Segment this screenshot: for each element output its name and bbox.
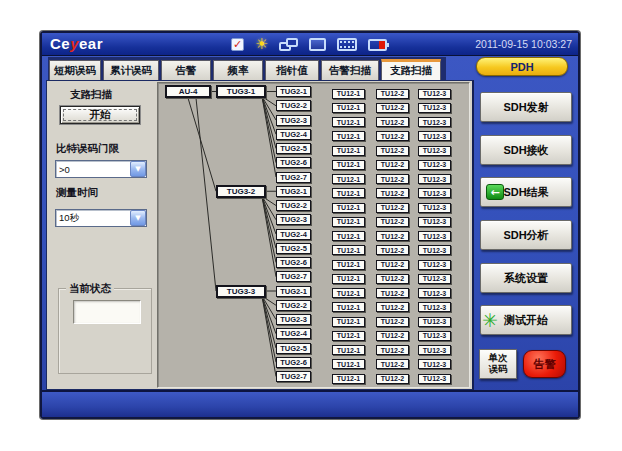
tree-node-tug3-3-tug2-5-tu12-3[interactable]: TU12-3 xyxy=(418,345,451,355)
tree-node-tug3-1-tug2-5-tu12-2[interactable]: TU12-2 xyxy=(376,146,409,156)
tree-node-tug3-1-tug2-6[interactable]: TUG2-6 xyxy=(276,157,311,168)
tree-node-tug3-3-tug2-2-tu12-1[interactable]: TU12-1 xyxy=(332,302,365,312)
tree-node-tug3-3-tug2-5-tu12-1[interactable]: TU12-1 xyxy=(332,345,365,355)
tree-node-tug3-1-tug2-4-tu12-1[interactable]: TU12-1 xyxy=(332,131,365,141)
tree-node-tug3-1-tug2-5-tu12-3[interactable]: TU12-3 xyxy=(418,146,451,156)
tree-node-tug3-3-tug2-7-tu12-2[interactable]: TU12-2 xyxy=(376,374,409,384)
tree-node-tug3-3-tug2-2-tu12-3[interactable]: TU12-3 xyxy=(418,302,451,312)
tree-node-tug3-3-tug2-7[interactable]: TUG2-7 xyxy=(276,371,311,382)
tree-node-tug3-2-tug2-2[interactable]: TUG2-2 xyxy=(276,200,311,211)
tree-node-tug3-1-tug2-2-tu12-1[interactable]: TU12-1 xyxy=(332,103,365,113)
tree-node-tug3-3-tug2-2[interactable]: TUG2-2 xyxy=(276,300,311,311)
tab-tributary-scan[interactable]: 支路扫描 xyxy=(381,59,441,80)
tree-node-tug3-3-tug2-1-tu12-3[interactable]: TU12-3 xyxy=(418,288,451,298)
tree-node-tug3-1[interactable]: TUG3-1 xyxy=(216,85,266,98)
tree-node-tug3-1-tug2-4[interactable]: TUG2-4 xyxy=(276,129,311,140)
tab-frequency[interactable]: 频率 xyxy=(213,60,263,80)
tree-node-tug3-2-tug2-4[interactable]: TUG2-4 xyxy=(276,229,311,240)
tree-node-tug3-3-tug2-6-tu12-1[interactable]: TU12-1 xyxy=(332,359,365,369)
tree-node-tug3-2-tug2-3-tu12-3[interactable]: TU12-3 xyxy=(418,217,451,227)
tree-node-tug3-1-tug2-3-tu12-3[interactable]: TU12-3 xyxy=(418,117,451,127)
tree-node-tug3-1-tug2-3-tu12-1[interactable]: TU12-1 xyxy=(332,117,365,127)
tree-node-tug3-2-tug2-1[interactable]: TUG2-1 xyxy=(276,186,311,197)
tree-node-tug3-3-tug2-7-tu12-3[interactable]: TU12-3 xyxy=(418,374,451,384)
start-button[interactable]: 开始 xyxy=(60,106,140,124)
chevron-down-icon[interactable]: ▼ xyxy=(130,210,146,226)
tree-node-tug3-1-tug2-2[interactable]: TUG2-2 xyxy=(276,100,311,111)
tree-node-tug3-2-tug2-1-tu12-1[interactable]: TU12-1 xyxy=(332,188,365,198)
tree-node-tug3-1-tug2-2-tu12-2[interactable]: TU12-2 xyxy=(376,103,409,113)
tree-node-tug3-2-tug2-6-tu12-1[interactable]: TU12-1 xyxy=(332,260,365,270)
tree-node-tug3-2-tug2-4-tu12-3[interactable]: TU12-3 xyxy=(418,231,451,241)
tree-node-tug3-3-tug2-4[interactable]: TUG2-4 xyxy=(276,328,311,339)
tree-node-tug3-2-tug2-6-tu12-3[interactable]: TU12-3 xyxy=(418,260,451,270)
tree-node-tug3-2-tug2-5[interactable]: TUG2-5 xyxy=(276,243,311,254)
sdh-analysis-button[interactable]: SDH分析 xyxy=(480,220,572,250)
measure-time-select[interactable]: 10秒 ▼ xyxy=(55,209,147,227)
tree-node-tug3-1-tug2-1-tu12-2[interactable]: TU12-2 xyxy=(376,89,409,99)
tree-node-tug3-3-tug2-6-tu12-2[interactable]: TU12-2 xyxy=(376,359,409,369)
tree-node-tug3-2-tug2-1-tu12-2[interactable]: TU12-2 xyxy=(376,188,409,198)
tree-node-tug3-2-tug2-1-tu12-3[interactable]: TU12-3 xyxy=(418,188,451,198)
tree-node-tug3-3-tug2-2-tu12-2[interactable]: TU12-2 xyxy=(376,302,409,312)
tree-node-tug3-3-tug2-1-tu12-2[interactable]: TU12-2 xyxy=(376,288,409,298)
tree-node-tug3-2-tug2-2-tu12-3[interactable]: TU12-3 xyxy=(418,203,451,213)
tree-node-tug3-3[interactable]: TUG3-3 xyxy=(216,285,266,298)
tree-node-tug3-1-tug2-1-tu12-3[interactable]: TU12-3 xyxy=(418,89,451,99)
tree-node-tug3-3-tug2-4-tu12-3[interactable]: TU12-3 xyxy=(418,331,451,341)
tree-node-tug3-1-tug2-6-tu12-1[interactable]: TU12-1 xyxy=(332,160,365,170)
tree-node-tug3-1-tug2-7[interactable]: TUG2-7 xyxy=(276,172,311,183)
test-start-button[interactable]: ✳测试开始 xyxy=(480,305,572,335)
tree-node-tug3-3-tug2-1-tu12-1[interactable]: TU12-1 xyxy=(332,288,365,298)
tree-node-tug3-3-tug2-6-tu12-3[interactable]: TU12-3 xyxy=(418,359,451,369)
tree-node-tug3-1-tug2-3-tu12-2[interactable]: TU12-2 xyxy=(376,117,409,127)
tree-node-tug3-2-tug2-7[interactable]: TUG2-7 xyxy=(276,271,311,282)
tree-node-tug3-3-tug2-6[interactable]: TUG2-6 xyxy=(276,357,311,368)
tab-pointer-value[interactable]: 指针值 xyxy=(265,60,319,80)
tree-node-tug3-2-tug2-7-tu12-2[interactable]: TU12-2 xyxy=(376,274,409,284)
tree-node-tug3-3-tug2-7-tu12-1[interactable]: TU12-1 xyxy=(332,374,365,384)
system-settings-button[interactable]: 系统设置 xyxy=(480,263,572,293)
tree-node-tug3-1-tug2-1-tu12-1[interactable]: TU12-1 xyxy=(332,89,365,99)
tree-node-tug3-1-tug2-4-tu12-3[interactable]: TU12-3 xyxy=(418,131,451,141)
tree-node-tug3-2-tug2-5-tu12-3[interactable]: TU12-3 xyxy=(418,245,451,255)
tree-node-tug3-2-tug2-5-tu12-2[interactable]: TU12-2 xyxy=(376,245,409,255)
tree-node-tug3-2-tug2-2-tu12-1[interactable]: TU12-1 xyxy=(332,203,365,213)
tab-alarm[interactable]: 告警 xyxy=(161,60,211,80)
sdh-result-button[interactable]: ←SDH结果 xyxy=(480,177,572,207)
tree-node-tug3-1-tug2-6-tu12-2[interactable]: TU12-2 xyxy=(376,160,409,170)
tree-node-tug3-3-tug2-4-tu12-2[interactable]: TU12-2 xyxy=(376,331,409,341)
tree-node-tug3-3-tug2-5-tu12-2[interactable]: TU12-2 xyxy=(376,345,409,355)
tree-node-tug3-3-tug2-5[interactable]: TUG2-5 xyxy=(276,343,311,354)
tree-node-tug3-1-tug2-5[interactable]: TUG2-5 xyxy=(276,143,311,154)
tree-node-tug3-2-tug2-7-tu12-3[interactable]: TU12-3 xyxy=(418,274,451,284)
tree-node-tug3-1-tug2-2-tu12-3[interactable]: TU12-3 xyxy=(418,103,451,113)
tree-node-tug3-2-tug2-3-tu12-2[interactable]: TU12-2 xyxy=(376,217,409,227)
tree-node-tug3-2-tug2-3[interactable]: TUG2-3 xyxy=(276,214,311,225)
tree-node-tug3-3-tug2-3-tu12-1[interactable]: TU12-1 xyxy=(332,317,365,327)
tree-node-tug3-1-tug2-7-tu12-2[interactable]: TU12-2 xyxy=(376,174,409,184)
tree-node-tug3-2-tug2-3-tu12-1[interactable]: TU12-1 xyxy=(332,217,365,227)
tree-node-tug3-1-tug2-5-tu12-1[interactable]: TU12-1 xyxy=(332,146,365,156)
tree-node-tug3-2-tug2-6[interactable]: TUG2-6 xyxy=(276,257,311,268)
tree-node-au-4[interactable]: AU-4 xyxy=(165,85,211,98)
tab-short-term-errors[interactable]: 短期误码 xyxy=(49,60,101,80)
chevron-down-icon[interactable]: ▼ xyxy=(130,161,146,177)
tree-node-tug3-1-tug2-4-tu12-2[interactable]: TU12-2 xyxy=(376,131,409,141)
tree-node-tug3-2-tug2-4-tu12-2[interactable]: TU12-2 xyxy=(376,231,409,241)
pdh-button[interactable]: PDH xyxy=(476,57,568,76)
tree-node-tug3-1-tug2-3[interactable]: TUG2-3 xyxy=(276,115,311,126)
tab-cumulative-errors[interactable]: 累计误码 xyxy=(103,60,159,80)
tree-node-tug3-3-tug2-3[interactable]: TUG2-3 xyxy=(276,314,311,325)
sdh-transmit-button[interactable]: SDH发射 xyxy=(480,92,572,122)
tree-node-tug3-2-tug2-5-tu12-1[interactable]: TU12-1 xyxy=(332,245,365,255)
tree-node-tug3-2-tug2-6-tu12-2[interactable]: TU12-2 xyxy=(376,260,409,270)
tab-alarm-scan[interactable]: 告警扫描 xyxy=(321,60,379,80)
tree-node-tug3-2-tug2-2-tu12-2[interactable]: TU12-2 xyxy=(376,203,409,213)
bit-error-threshold-select[interactable]: >0 ▼ xyxy=(55,160,147,178)
tree-node-tug3-3-tug2-3-tu12-2[interactable]: TU12-2 xyxy=(376,317,409,327)
tree-node-tug3-3-tug2-1[interactable]: TUG2-1 xyxy=(276,286,311,297)
tree-node-tug3-3-tug2-4-tu12-1[interactable]: TU12-1 xyxy=(332,331,365,341)
single-error-button[interactable]: 单次 误码 xyxy=(479,349,517,379)
tree-node-tug3-2-tug2-7-tu12-1[interactable]: TU12-1 xyxy=(332,274,365,284)
